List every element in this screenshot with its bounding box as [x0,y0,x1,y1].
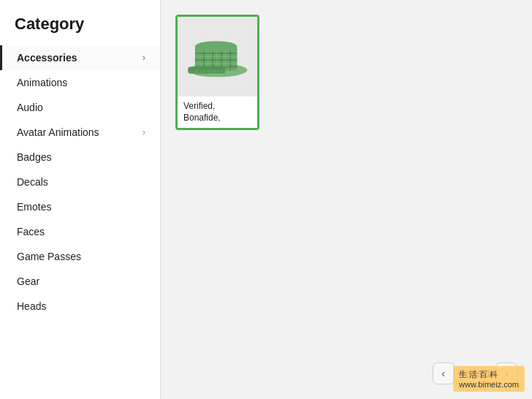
sidebar-item-game-passes[interactable]: Game Passes [0,244,160,269]
svg-rect-16 [189,66,226,69]
sidebar-item-emotes[interactable]: Emotes [0,194,160,219]
pagination: ‹ Page 1 › [175,351,517,384]
next-page-button[interactable]: › [495,362,517,384]
sidebar-item-label-decals: Decals [17,176,48,188]
sidebar-item-label-game-passes: Game Passes [17,251,81,262]
hat-svg [186,33,248,80]
sidebar-item-badges[interactable]: Badges [0,145,160,170]
sidebar-item-label-accessories: Accessories [17,52,77,64]
sidebar-item-heads[interactable]: Heads [0,294,160,319]
svg-point-14 [195,41,238,52]
sidebar-item-label-faces: Faces [17,226,45,238]
sidebar-item-avatar-animations[interactable]: Avatar Animations› [0,120,160,145]
sidebar-item-decals[interactable]: Decals [0,170,160,194]
item-label: Verified, Bonafide, [178,96,257,128]
sidebar: Category Accessories›AnimationsAudioAvat… [0,0,161,399]
sidebar-item-label-emotes: Emotes [17,201,51,213]
sidebar-item-label-gear: Gear [17,276,39,287]
sidebar-item-label-heads: Heads [17,300,46,312]
main-content: Verified, Bonafide, ‹ Page 1 › [161,0,532,399]
sidebar-item-gear[interactable]: Gear [0,269,160,294]
sidebar-item-label-audio: Audio [17,102,43,113]
prev-page-button[interactable]: ‹ [433,362,455,384]
item-image [178,17,257,96]
sidebar-item-accessories[interactable]: Accessories› [0,45,160,70]
chevron-right-icon: › [142,127,145,137]
chevron-right-icon: › [142,53,145,63]
item-card[interactable]: Verified, Bonafide, [175,15,259,130]
sidebar-item-animations[interactable]: Animations [0,70,160,95]
sidebar-item-audio[interactable]: Audio [0,95,160,120]
sidebar-item-label-avatar-animations: Avatar Animations [17,126,99,138]
page-label: Page 1 [459,368,491,379]
sidebar-item-faces[interactable]: Faces [0,219,160,244]
sidebar-title: Category [0,15,160,45]
sidebar-item-label-badges: Badges [17,151,51,163]
sidebar-item-label-animations: Animations [17,77,67,88]
page-container: Category Accessories›AnimationsAudioAvat… [0,0,532,399]
items-grid: Verified, Bonafide, [175,15,517,130]
